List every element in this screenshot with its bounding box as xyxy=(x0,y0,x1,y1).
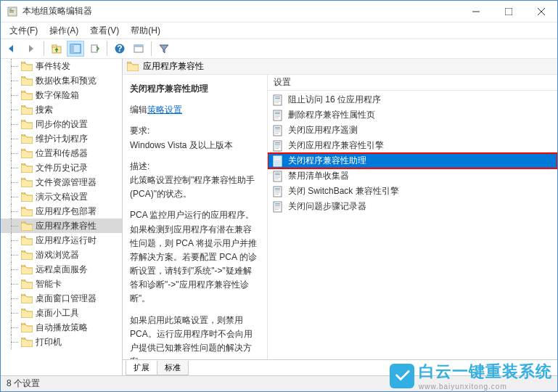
app-window: 本地组策略编辑器 文件(F) 操作(A) 查看(V) 帮助(H) ? 事件转发数… xyxy=(0,0,558,392)
list-item[interactable]: 删除程序兼容性属性页 xyxy=(268,107,557,123)
menu-action[interactable]: 操作(A) xyxy=(44,23,84,38)
list-column-header[interactable]: 设置 xyxy=(268,75,557,91)
maximize-button[interactable] xyxy=(492,1,525,22)
list-item-label: 禁用清单收集器 xyxy=(288,170,349,182)
description-label: 描述: xyxy=(130,161,149,171)
edit-label: 编辑 xyxy=(130,105,147,115)
watermark-icon xyxy=(390,364,414,388)
requirements-text: Windows Vista 及以上版本 xyxy=(130,140,233,150)
tree-item[interactable]: 数字保险箱 xyxy=(1,88,122,102)
tree-item[interactable]: 应用程序兼容性 xyxy=(1,219,122,233)
menu-view[interactable]: 查看(V) xyxy=(84,23,125,38)
list-item[interactable]: 关闭 SwitchBack 兼容性引擎 xyxy=(268,184,557,199)
tree-item[interactable]: 游戏浏览器 xyxy=(1,248,122,262)
menu-file[interactable]: 文件(F) xyxy=(4,23,44,38)
tree-item[interactable]: 桌面窗口管理器 xyxy=(1,291,122,306)
show-tree-button[interactable] xyxy=(67,41,84,57)
svg-rect-22 xyxy=(275,113,280,114)
edit-policy-link[interactable]: 策略设置 xyxy=(147,105,182,115)
tree-item[interactable]: 远程桌面服务 xyxy=(1,262,122,277)
tree-pane: 事件转发数据收集和预览数字保险箱搜索同步你的设置维护计划程序位置和传感器文件历史… xyxy=(1,59,123,375)
svg-rect-44 xyxy=(275,176,280,176)
tab-extended[interactable]: 扩展 xyxy=(126,361,157,375)
tree-item-label: 远程桌面服务 xyxy=(36,264,88,276)
svg-rect-35 xyxy=(275,145,280,146)
settings-list[interactable]: 阻止访问 16 位应用程序删除程序兼容性属性页关闭应用程序遥测关闭应用程序兼容性… xyxy=(268,91,557,359)
tree-item-label: 事件转发 xyxy=(36,60,70,73)
requirements-label: 要求: xyxy=(130,126,149,136)
svg-text:?: ? xyxy=(117,44,122,54)
svg-rect-50 xyxy=(275,191,280,192)
export-button[interactable] xyxy=(86,41,103,57)
svg-rect-52 xyxy=(275,194,279,195)
tree-item[interactable]: 桌面小工具 xyxy=(1,306,122,320)
tree-item-label: 自动播放策略 xyxy=(36,322,88,334)
svg-rect-46 xyxy=(275,179,279,179)
list-item-label: 删除程序兼容性属性页 xyxy=(288,109,375,121)
tree-item-label: 数据收集和预览 xyxy=(36,75,97,87)
list-item[interactable]: 关闭应用程序兼容性引擎 xyxy=(268,138,557,153)
tree-item-label: 智能卡 xyxy=(36,278,62,290)
svg-rect-18 xyxy=(275,101,280,102)
content-area: 事件转发数据收集和预览数字保险箱搜索同步你的设置维护计划程序位置和传感器文件历史… xyxy=(1,59,557,375)
status-text: 8 个设置 xyxy=(7,377,40,390)
list-item[interactable]: 关闭程序兼容性助理 xyxy=(268,153,557,168)
back-button[interactable] xyxy=(4,41,21,57)
tree-item[interactable]: 文件历史记录 xyxy=(1,160,122,175)
menu-help[interactable]: 帮助(H) xyxy=(125,23,166,38)
svg-rect-27 xyxy=(275,127,280,128)
tree-item[interactable]: 自动播放策略 xyxy=(1,320,122,335)
tree-item[interactable]: 应用程序运行时 xyxy=(1,233,122,248)
help-button[interactable]: ? xyxy=(111,41,128,57)
list-item-label: 关闭应用程序兼容性引擎 xyxy=(288,139,384,152)
svg-rect-23 xyxy=(275,115,280,115)
tree-item[interactable]: 数据收集和预览 xyxy=(1,73,122,88)
list-item[interactable]: 阻止访问 16 位应用程序 xyxy=(268,92,557,107)
up-button[interactable] xyxy=(48,41,65,57)
list-item-label: 阻止访问 16 位应用程序 xyxy=(288,94,381,106)
list-item[interactable]: 禁用清单收集器 xyxy=(268,168,557,184)
svg-rect-55 xyxy=(275,205,280,205)
tree-item[interactable]: 搜索 xyxy=(1,102,122,117)
svg-rect-42 xyxy=(275,173,280,173)
svg-rect-9 xyxy=(91,45,97,52)
tree-item[interactable]: 打印机 xyxy=(1,335,122,349)
svg-rect-56 xyxy=(275,206,280,207)
tree-item[interactable]: 位置和传感器 xyxy=(1,146,122,160)
svg-rect-33 xyxy=(275,142,280,143)
titlebar: 本地组策略编辑器 xyxy=(1,1,557,23)
tree-item[interactable]: 维护计划程序 xyxy=(1,131,122,146)
svg-rect-40 xyxy=(275,159,280,160)
menubar: 文件(F) 操作(A) 查看(V) 帮助(H) xyxy=(1,23,557,38)
svg-rect-54 xyxy=(275,203,280,204)
tree-item[interactable]: 演示文稿设置 xyxy=(1,189,122,204)
svg-rect-51 xyxy=(275,192,280,193)
svg-rect-37 xyxy=(275,148,279,149)
forward-button[interactable] xyxy=(22,41,40,57)
description-text-1: 此策略设置控制"程序兼容性助手(PCA)"的状态。 xyxy=(130,175,255,199)
tab-standard[interactable]: 标准 xyxy=(157,361,189,375)
tree-item-label: 游戏浏览器 xyxy=(36,249,79,261)
properties-button[interactable] xyxy=(130,41,147,57)
detail-header: 应用程序兼容性 xyxy=(123,59,557,75)
tree-item[interactable]: 文件资源管理器 xyxy=(1,175,122,189)
list-item[interactable]: 关闭问题步骤记录器 xyxy=(268,199,557,214)
tree-item[interactable]: 事件转发 xyxy=(1,59,122,73)
svg-rect-39 xyxy=(275,158,280,158)
tree-item[interactable]: 智能卡 xyxy=(1,277,122,291)
minimize-button[interactable] xyxy=(459,1,492,22)
list-item[interactable]: 关闭应用程序遥测 xyxy=(268,123,557,138)
tree-item-label: 数字保险箱 xyxy=(36,89,79,102)
tree-item[interactable]: 应用程序包部署 xyxy=(1,204,122,219)
detail-pane: 应用程序兼容性 关闭程序兼容性助理 编辑策略设置 要求:Windows Vist… xyxy=(123,59,557,375)
svg-rect-48 xyxy=(275,188,280,189)
filter-button[interactable] xyxy=(155,41,173,57)
svg-rect-58 xyxy=(275,209,279,210)
watermark-url: www.baiyunxitong.com xyxy=(419,383,552,391)
tree-item[interactable]: 同步你的设置 xyxy=(1,117,122,131)
svg-rect-4 xyxy=(505,8,512,15)
svg-rect-30 xyxy=(275,131,280,132)
toolbar: ? xyxy=(1,38,557,59)
tree-scroll[interactable]: 事件转发数据收集和预览数字保险箱搜索同步你的设置维护计划程序位置和传感器文件历史… xyxy=(1,59,122,375)
close-button[interactable] xyxy=(525,1,557,22)
